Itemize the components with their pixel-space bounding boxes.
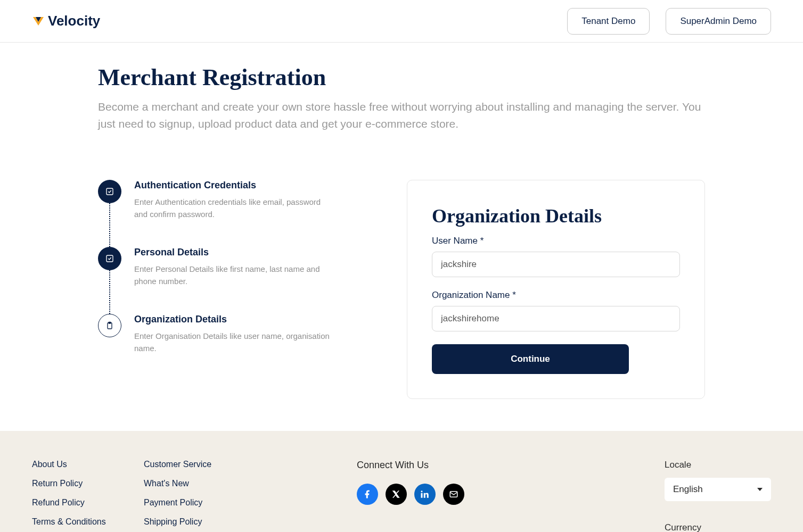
currency-label: Currency <box>665 522 771 532</box>
locale-select[interactable]: English <box>665 478 771 501</box>
checkbox-checked-icon <box>98 247 121 270</box>
step-desc: Enter Personal Details like first name, … <box>134 263 331 287</box>
superadmin-demo-button[interactable]: SuperAdmin Demo <box>666 8 771 35</box>
step-body: Organization Details Enter Organisation … <box>134 314 331 354</box>
tenant-demo-button[interactable]: Tenant Demo <box>567 8 650 35</box>
brand-name: Velocity <box>48 13 100 29</box>
step-desc: Enter Authentication credentials like em… <box>134 196 331 220</box>
orgname-label: Organization Name * <box>432 290 680 301</box>
step-title: Authentication Credentials <box>134 180 331 191</box>
svg-rect-3 <box>106 255 113 262</box>
svg-rect-5 <box>109 322 111 323</box>
footer-link-shipping[interactable]: Shipping Policy <box>144 517 282 527</box>
svg-rect-2 <box>106 188 113 195</box>
username-input[interactable] <box>432 252 680 277</box>
step-connector <box>109 270 110 314</box>
footer-link-terms[interactable]: Terms & Conditions <box>32 517 144 527</box>
locale-label: Locale <box>665 460 771 470</box>
step-title: Personal Details <box>134 247 331 258</box>
footer-link-return[interactable]: Return Policy <box>32 479 144 488</box>
footer-col-2: Customer Service What's New Payment Poli… <box>144 460 282 532</box>
linkedin-icon[interactable] <box>414 484 436 505</box>
step-body: Personal Details Enter Personal Details … <box>134 247 331 287</box>
logo-mark-icon <box>32 15 45 28</box>
field-username: User Name * <box>432 236 680 277</box>
main-container: Merchant Registration Become a merchant … <box>50 43 753 431</box>
page-title: Merchant Registration <box>98 64 705 91</box>
step-title: Organization Details <box>134 314 331 325</box>
social-links <box>357 484 665 505</box>
step-personal: Personal Details Enter Personal Details … <box>98 247 364 287</box>
footer-link-refund[interactable]: Refund Policy <box>32 498 144 508</box>
step-connector <box>109 203 110 247</box>
step-auth: Authentication Credentials Enter Authent… <box>98 180 364 220</box>
step-body: Authentication Credentials Enter Authent… <box>134 180 331 220</box>
header: Velocity Tenant Demo SuperAdmin Demo <box>0 0 803 43</box>
footer-connect: Connect With Us <box>357 460 665 532</box>
orgname-input[interactable] <box>432 306 680 331</box>
step-organization: Organization Details Enter Organisation … <box>98 314 364 354</box>
mail-icon[interactable] <box>443 484 464 505</box>
footer-col-1: About Us Return Policy Refund Policy Ter… <box>32 460 144 532</box>
checkbox-checked-icon <box>98 180 121 203</box>
brand-logo[interactable]: Velocity <box>32 13 100 29</box>
footer-link-customer-service[interactable]: Customer Service <box>144 460 282 469</box>
step-desc: Enter Organisation Details like user nam… <box>134 330 331 354</box>
field-orgname: Organization Name * <box>432 290 680 331</box>
footer-link-payment[interactable]: Payment Policy <box>144 498 282 508</box>
clipboard-icon <box>98 314 121 337</box>
org-details-card: Organization Details User Name * Organiz… <box>407 180 705 399</box>
caret-down-icon <box>757 488 763 491</box>
locale-value: English <box>673 484 703 495</box>
footer-link-whats-new[interactable]: What's New <box>144 479 282 488</box>
footer-settings: Locale English Currency <box>665 460 771 532</box>
footer-link-about[interactable]: About Us <box>32 460 144 469</box>
page-subtitle: Become a merchant and create your own st… <box>98 98 705 132</box>
connect-title: Connect With Us <box>357 460 665 471</box>
continue-button[interactable]: Continue <box>432 344 629 374</box>
steps-list: Authentication Credentials Enter Authent… <box>98 180 364 354</box>
x-twitter-icon[interactable] <box>386 484 407 505</box>
footer: About Us Return Policy Refund Policy Ter… <box>0 431 803 532</box>
facebook-icon[interactable] <box>357 484 378 505</box>
username-label: User Name * <box>432 236 680 246</box>
header-buttons: Tenant Demo SuperAdmin Demo <box>567 8 771 35</box>
content-grid: Authentication Credentials Enter Authent… <box>98 180 705 399</box>
card-title: Organization Details <box>432 205 680 227</box>
